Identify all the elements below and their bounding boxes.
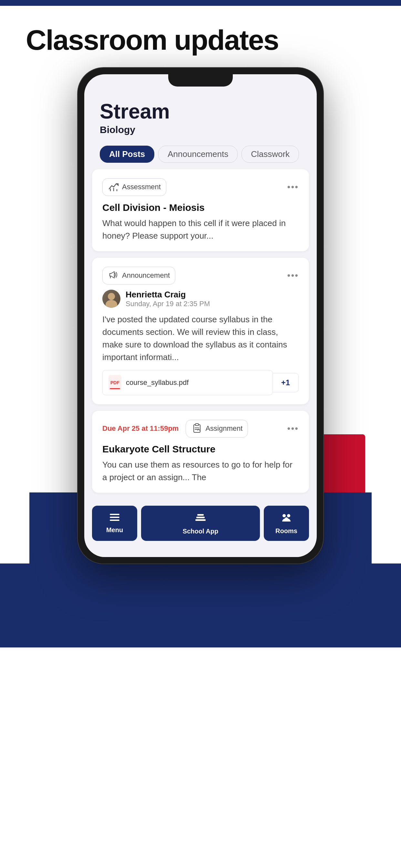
- phone-screen: Stream Biology All Posts Announcements C…: [84, 74, 317, 557]
- svg-rect-8: [110, 514, 120, 515]
- card-header-left-2: Announcement: [102, 267, 287, 284]
- badge-assessment-label: Assessment: [122, 183, 161, 191]
- svg-rect-9: [110, 517, 120, 518]
- stream-title: Stream: [100, 100, 301, 123]
- author-row: Henrietta Craig Sunday, Apr 19 at 2:35 P…: [102, 290, 299, 308]
- svg-point-14: [282, 514, 286, 517]
- due-label: Due Apr 25 at 11:59pm: [102, 424, 179, 433]
- post-body-3: You can use them as resources to go to f…: [102, 459, 299, 484]
- badge-announcement-label: Announcement: [122, 271, 170, 280]
- page-footer: [0, 563, 401, 647]
- author-date: Sunday, Apr 19 at 2:35 PM: [126, 300, 210, 308]
- nav-menu[interactable]: Menu: [92, 506, 137, 541]
- more-options-btn-2[interactable]: •••: [287, 270, 299, 281]
- avatar-head: [108, 293, 115, 300]
- card-header-assignment: Due Apr 25 at 11:59pm: [102, 420, 299, 438]
- nav-school-label: School App: [183, 528, 218, 535]
- stream-header: Stream Biology: [84, 94, 317, 140]
- post-card-assessment: Assessment ••• Cell Division - Meiosis W…: [92, 169, 309, 251]
- page-heading-section: Classroom updates: [0, 6, 401, 68]
- card-header-announcement: Announcement •••: [102, 267, 299, 284]
- svg-rect-12: [196, 517, 205, 518]
- tab-classwork[interactable]: Classwork: [242, 146, 299, 163]
- svg-rect-11: [195, 519, 206, 521]
- pdf-icon: [109, 375, 121, 391]
- nav-school-app[interactable]: School App: [141, 506, 260, 541]
- clipboard-icon: [191, 422, 203, 435]
- screen-bottom-pad: [84, 544, 317, 557]
- phone-mockup: Stream Biology All Posts Announcements C…: [78, 68, 323, 563]
- bottom-nav: Menu School App: [92, 506, 309, 541]
- filter-tabs: All Posts Announcements Classwork: [84, 141, 317, 169]
- author-name: Henrietta Craig: [126, 290, 210, 300]
- author-info: Henrietta Craig Sunday, Apr 19 at 2:35 P…: [126, 290, 210, 308]
- card-header-left-3: Due Apr 25 at 11:59pm: [102, 420, 287, 438]
- plus-more-attachments[interactable]: +1: [273, 373, 299, 392]
- badge-announcement: Announcement: [102, 267, 175, 284]
- school-app-icon: [194, 512, 207, 526]
- badge-assignment-label: Assignment: [205, 424, 243, 433]
- svg-rect-5: [195, 424, 198, 426]
- phone-notch: [168, 74, 233, 87]
- screen-content: Stream Biology All Posts Announcements C…: [84, 74, 317, 557]
- post-title-3: Eukaryote Cell Structure: [102, 443, 299, 455]
- badge-assignment: Assignment: [186, 420, 248, 438]
- attachment-file[interactable]: course_syllabus.pdf: [102, 370, 273, 395]
- more-options-btn-1[interactable]: •••: [287, 182, 299, 192]
- menu-icon: [109, 513, 120, 524]
- post-card-assignment: Due Apr 25 at 11:59pm: [92, 411, 309, 493]
- card-header-left: Assessment: [102, 178, 287, 196]
- tab-all-posts[interactable]: All Posts: [100, 146, 154, 163]
- post-body-2: I've posted the updated course syllabus …: [102, 313, 299, 364]
- avatar: [102, 290, 120, 308]
- megaphone-icon: [108, 269, 120, 282]
- post-title-1: Cell Division - Meiosis: [102, 201, 299, 214]
- nav-rooms-label: Rooms: [275, 527, 297, 535]
- attachments: course_syllabus.pdf +1: [102, 370, 299, 395]
- more-options-btn-3[interactable]: •••: [287, 423, 299, 434]
- svg-point-15: [287, 514, 290, 517]
- tab-announcements[interactable]: Announcements: [158, 146, 238, 163]
- file-name: course_syllabus.pdf: [126, 378, 189, 387]
- nav-menu-label: Menu: [106, 526, 123, 534]
- badge-assessment: Assessment: [102, 178, 166, 196]
- page-title: Classroom updates: [26, 25, 375, 55]
- nav-rooms[interactable]: Rooms: [264, 506, 309, 541]
- avatar-body: [105, 300, 117, 308]
- post-body-1: What would happen to this cell if it wer…: [102, 217, 299, 242]
- post-card-announcement: Announcement ••• Henr: [92, 258, 309, 404]
- phone-wrapper: Stream Biology All Posts Announcements C…: [55, 68, 346, 563]
- stream-subject: Biology: [100, 124, 301, 135]
- top-status-bar: [0, 0, 401, 6]
- rooms-icon: [280, 512, 292, 525]
- avatar-image: [102, 290, 120, 308]
- card-header-assessment: Assessment •••: [102, 178, 299, 196]
- chart-icon: [108, 181, 120, 194]
- svg-rect-10: [110, 520, 120, 521]
- svg-rect-13: [197, 514, 204, 516]
- pdf-icon-line: [110, 388, 120, 389]
